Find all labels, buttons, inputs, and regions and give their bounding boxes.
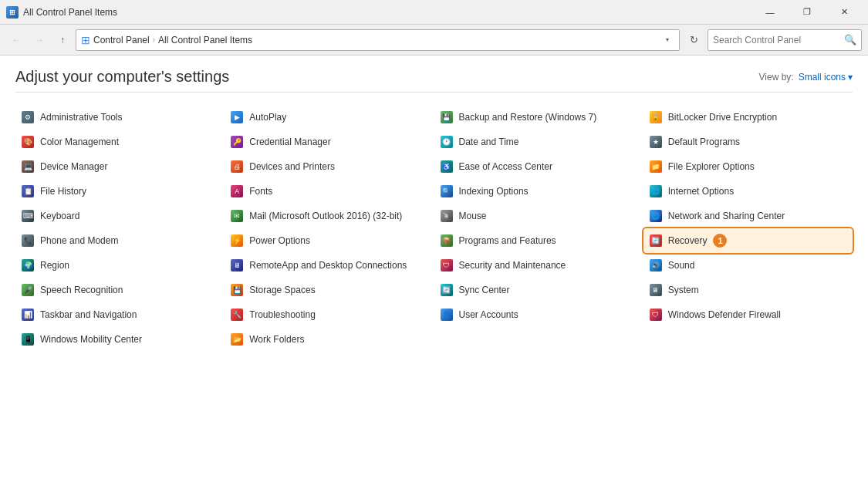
panel-item-power-options[interactable]: ⚡Power Options [225, 228, 434, 253]
item-label-remote-app: RemoteApp and Desktop Connections [249, 260, 407, 271]
panel-item-color-mgmt[interactable]: 🎨Color Management [15, 130, 225, 154]
item-label-region: Region [40, 260, 69, 271]
view-by-label: View by: [759, 72, 794, 83]
panel-item-ease-access[interactable]: ♿Ease of Access Center [434, 154, 643, 179]
item-label-devices-printers: Devices and Printers [249, 161, 335, 172]
window-controls: — ❐ ✕ [752, 0, 862, 25]
panel-item-autoplay[interactable]: ▶AutoPlay [225, 105, 434, 130]
panel-item-user-accounts[interactable]: 👤User Accounts [434, 302, 643, 327]
panel-item-storage-spaces[interactable]: 💾Storage Spaces [225, 278, 434, 302]
default-icon: ★ [650, 136, 662, 148]
search-box[interactable]: 🔍 [708, 29, 862, 51]
item-label-ease-access: Ease of Access Center [459, 161, 552, 172]
breadcrumb-all-items[interactable]: All Control Panel Items [158, 35, 252, 46]
panel-item-remote-app[interactable]: 🖥RemoteApp and Desktop Connections [225, 253, 434, 278]
panel-item-internet-options[interactable]: 🌐Internet Options [643, 179, 853, 204]
item-label-mouse: Mouse [459, 211, 487, 221]
panel-item-phone-modem[interactable]: 📞Phone and Modem [15, 228, 225, 253]
search-icon[interactable]: 🔍 [844, 34, 856, 46]
view-by-value[interactable]: Small icons ▾ [799, 72, 853, 83]
item-label-speech-recog: Speech Recognition [40, 285, 123, 295]
panel-item-default-programs[interactable]: ★Default Programs [643, 130, 853, 154]
item-label-phone-modem: Phone and Modem [40, 235, 118, 246]
admin-icon: ⚙ [22, 111, 34, 123]
panel-item-network-sharing[interactable]: 🌐Network and Sharing Center [643, 204, 853, 228]
panel-item-recovery[interactable]: 🔄Recovery1 [643, 228, 853, 253]
panel-item-mouse[interactable]: 🖱Mouse [434, 204, 643, 228]
phone-icon: 📞 [22, 234, 34, 247]
panel-item-indexing-options[interactable]: 🔍Indexing Options [434, 179, 643, 204]
panel-item-sync-center[interactable]: 🔄Sync Center [434, 278, 643, 302]
panel-item-win-mobility[interactable]: 📱Windows Mobility Center [15, 327, 225, 352]
panel-item-programs-features[interactable]: 📦Programs and Features [434, 228, 643, 253]
breadcrumb: Control Panel › All Control Panel Items [93, 35, 657, 46]
panel-item-troubleshooting[interactable]: 🔧Troubleshooting [225, 302, 434, 327]
panel-item-taskbar-nav[interactable]: 📊Taskbar and Navigation [15, 302, 225, 327]
item-label-fonts: Fonts [249, 186, 272, 197]
device-icon: 💻 [22, 160, 34, 173]
panel-item-win-defender[interactable]: 🛡Windows Defender Firewall [643, 302, 853, 327]
panel-item-bitlocker[interactable]: 🔒BitLocker Drive Encryption [643, 105, 853, 130]
panel-item-fonts[interactable]: AFonts [225, 179, 434, 204]
app-icon: ⊞ [6, 6, 19, 19]
item-label-indexing-options: Indexing Options [459, 186, 529, 197]
panel-item-admin-tools[interactable]: ⚙Administrative Tools [15, 105, 225, 130]
up-button[interactable]: ↑ [52, 30, 73, 50]
panel-item-file-explorer-options[interactable]: 📁File Explorer Options [643, 154, 853, 179]
item-label-programs-features: Programs and Features [459, 235, 556, 246]
breadcrumb-control-panel[interactable]: Control Panel [93, 35, 150, 46]
wdefend-icon: 🛡 [650, 309, 662, 321]
keyboard-icon: ⌨ [22, 210, 34, 222]
item-label-mail: Mail (Microsoft Outlook 2016) (32-bit) [249, 211, 402, 221]
item-label-win-defender: Windows Defender Firewall [668, 309, 781, 320]
minimize-button[interactable]: — [752, 0, 788, 25]
item-label-taskbar-nav: Taskbar and Navigation [40, 309, 137, 320]
bitlocker-icon: 🔒 [650, 111, 662, 123]
mouse-icon: 🖱 [441, 210, 453, 222]
item-label-security-maintenance: Security and Maintenance [459, 260, 566, 271]
close-button[interactable]: ✕ [826, 0, 862, 25]
panel-item-mail[interactable]: ✉Mail (Microsoft Outlook 2016) (32-bit) [225, 204, 434, 228]
panel-item-speech-recog[interactable]: 🎤Speech Recognition [15, 278, 225, 302]
workfold-icon: 📂 [231, 333, 243, 346]
address-dropdown-button[interactable]: ▾ [660, 32, 674, 49]
item-label-file-history: File History [40, 186, 86, 197]
panel-item-keyboard[interactable]: ⌨Keyboard [15, 204, 225, 228]
panel-item-date-time[interactable]: 🕐Date and Time [434, 130, 643, 154]
titlebar-title: All Control Panel Items [23, 7, 752, 18]
panel-item-security-maintenance[interactable]: 🛡Security and Maintenance [434, 253, 643, 278]
item-label-win-mobility: Windows Mobility Center [40, 334, 142, 345]
page-title: Adjust your computer's settings [15, 68, 229, 86]
panel-item-device-manager[interactable]: 💻Device Manager [15, 154, 225, 179]
restore-button[interactable]: ❐ [789, 0, 825, 25]
refresh-button[interactable]: ↻ [683, 29, 704, 51]
panel-item-sound[interactable]: 🔊Sound [643, 253, 853, 278]
autoplay-icon: ▶ [231, 111, 243, 123]
item-label-sync-center: Sync Center [459, 285, 510, 295]
panel-item-file-history[interactable]: 📋File History [15, 179, 225, 204]
notification-badge-recovery: 1 [713, 234, 727, 248]
item-label-file-explorer-options: File Explorer Options [668, 161, 755, 172]
forward-button[interactable]: → [29, 30, 49, 50]
panel-item-devices-printers[interactable]: 🖨Devices and Printers [225, 154, 434, 179]
item-label-autoplay: AutoPlay [249, 112, 286, 123]
item-label-recovery: Recovery [668, 235, 708, 246]
indexing-icon: 🔍 [441, 185, 453, 197]
item-label-power-options: Power Options [249, 235, 310, 246]
item-label-troubleshooting: Troubleshooting [249, 309, 316, 320]
devprinter-icon: 🖨 [231, 160, 243, 173]
panel-item-work-folders[interactable]: 📂Work Folders [225, 327, 434, 352]
filehist-icon: 📋 [22, 185, 34, 197]
remote-icon: 🖥 [231, 259, 243, 271]
back-button[interactable]: ← [6, 30, 26, 50]
panel-item-credential-mgr[interactable]: 🔑Credential Manager [225, 130, 434, 154]
panel-item-system[interactable]: 🖥System [643, 278, 853, 302]
address-box[interactable]: ⊞ Control Panel › All Control Panel Item… [76, 29, 680, 51]
panel-item-backup-restore[interactable]: 💾Backup and Restore (Windows 7) [434, 105, 643, 130]
control-panel-items-grid: ⚙Administrative Tools▶AutoPlay💾Backup an… [15, 105, 853, 352]
search-input[interactable] [713, 35, 841, 46]
panel-item-region[interactable]: 🌍Region [15, 253, 225, 278]
security-icon: 🛡 [441, 259, 453, 271]
speech-icon: 🎤 [22, 284, 34, 296]
sound-icon: 🔊 [650, 259, 662, 271]
